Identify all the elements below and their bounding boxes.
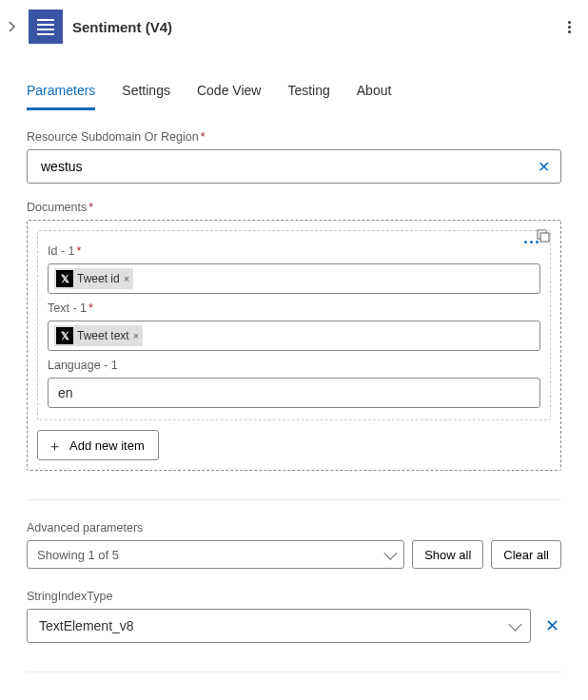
- advanced-row: Showing 1 of 5 Show all Clear all: [27, 540, 561, 569]
- id-token[interactable]: 𝕏 Tweet id ×: [54, 268, 133, 289]
- remove-token-icon[interactable]: ×: [133, 330, 139, 341]
- step-icon: [29, 10, 63, 44]
- advanced-label: Advanced parameters: [27, 521, 561, 535]
- remove-token-icon[interactable]: ×: [124, 273, 129, 284]
- clear-icon[interactable]: ✕: [542, 615, 561, 636]
- string-index-row: TextElement_v8 ✕: [27, 609, 561, 643]
- divider: [27, 671, 561, 672]
- collapse-chevron-icon[interactable]: [4, 19, 19, 34]
- chevron-down-icon: [384, 547, 398, 560]
- id-input[interactable]: 𝕏 Tweet id ×: [48, 263, 540, 294]
- region-label: Resource Subdomain Or Region*: [27, 130, 561, 144]
- divider: [27, 499, 561, 500]
- text-input[interactable]: 𝕏 Tweet text ×: [48, 321, 540, 351]
- language-label: Language - 1: [48, 359, 540, 372]
- tab-code-view[interactable]: Code View: [197, 83, 261, 110]
- twitter-icon: 𝕏: [56, 327, 73, 344]
- tab-about[interactable]: About: [357, 83, 392, 110]
- plus-icon: ＋: [48, 438, 62, 453]
- add-item-button[interactable]: ＋ Add new item: [37, 430, 159, 460]
- tab-settings[interactable]: Settings: [122, 83, 170, 110]
- text-token[interactable]: 𝕏 Tweet text ×: [54, 325, 143, 346]
- document-item: Id - 1* 𝕏 Tweet id × Text - 1* 𝕏 Tweet t…: [37, 230, 551, 420]
- step-header: Sentiment (V4): [0, 0, 588, 54]
- string-index-label: StringIndexType: [27, 590, 561, 603]
- clear-icon[interactable]: ✕: [534, 158, 553, 176]
- string-index-select[interactable]: TextElement_v8: [27, 609, 531, 643]
- text-label: Text - 1*: [48, 301, 540, 315]
- tabs: Parameters Settings Code View Testing Ab…: [0, 54, 588, 111]
- advanced-select[interactable]: Showing 1 of 5: [27, 540, 404, 569]
- step-title: Sentiment (V4): [72, 19, 552, 35]
- region-input[interactable]: [39, 158, 534, 175]
- tab-parameters[interactable]: Parameters: [27, 83, 95, 110]
- region-input-wrap[interactable]: ✕: [27, 149, 561, 184]
- language-input[interactable]: en: [48, 378, 540, 408]
- tab-testing[interactable]: Testing: [287, 83, 329, 110]
- chevron-down-icon: [508, 618, 521, 632]
- show-all-button[interactable]: Show all: [412, 540, 483, 569]
- documents-label: Documents*: [27, 201, 561, 214]
- item-menu-icon[interactable]: [524, 241, 539, 243]
- documents-panel: Id - 1* 𝕏 Tweet id × Text - 1* 𝕏 Tweet t…: [27, 220, 561, 471]
- id-label: Id - 1*: [48, 244, 540, 258]
- more-menu-icon[interactable]: [561, 17, 577, 37]
- twitter-icon: 𝕏: [56, 270, 73, 287]
- clear-all-button[interactable]: Clear all: [491, 540, 561, 569]
